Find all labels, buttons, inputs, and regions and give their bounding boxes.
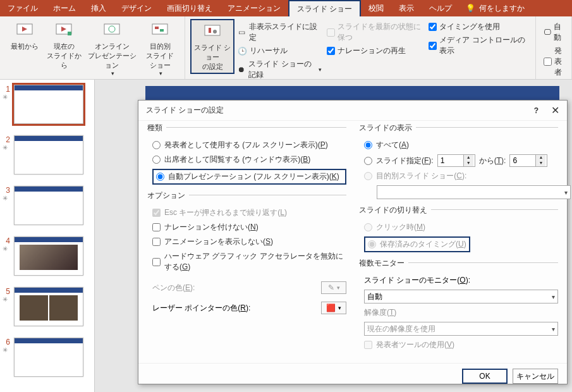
check-nonarration[interactable]: ナレーションを付けない(N) [152,222,346,233]
from-spinner[interactable]: ▲▼ [437,154,475,167]
hide-slide-button[interactable]: ▭非表示スライドに設定 [237,20,322,44]
check-presenter-view: 発表者ツールの使用(V) [364,340,558,350]
dialog-left-col: 種類 発表者として使用する (フル スクリーン表示)(P) 出席者として閲覧する… [147,127,346,357]
laser-color-row[interactable]: レーザー ポインターの色(R): 🟥▾ [152,302,346,314]
caret-down-icon: ▾ [337,285,340,291]
down-icon[interactable]: ▼ [536,161,545,166]
thumb-3[interactable]: 3✳ [3,186,92,225]
dialog-footer: OK キャンセル [138,363,567,389]
svg-rect-4 [68,32,71,35]
thumb-5[interactable]: 5✳ [3,287,92,326]
record-button[interactable]: ⏺スライド ショーの記録▾ [237,58,322,82]
thumbnail-pane[interactable]: 1✳ 2✳ 3✳ 4✳ 5✳ 6✳ [0,80,95,392]
radio-timings-highlight: 保存済みのタイミング(U) [364,236,470,252]
fieldset-options: オプション Esc キーが押されるまで繰り返す(L) ナレーションを付けない(N… [147,195,346,314]
timings-checkbox[interactable]: タイミングを使用 [429,20,528,34]
online-presentation-button[interactable]: オンライン プレゼンテーション▾ [83,19,140,78]
online-icon [102,20,122,40]
presenter-view-row[interactable]: 発表者 [544,44,564,79]
tab-animations[interactable]: アニメーション [220,0,288,16]
fieldset-advance: スライドの切り替え クリック時(M) 保存済みのタイミング(U) [359,209,558,252]
pen-color-button: ✎▾ [321,281,346,294]
help-button[interactable]: ? [534,106,539,115]
down-icon[interactable]: ▼ [464,161,473,166]
monitor-icon: 🖵 [544,27,551,37]
svg-rect-10 [205,25,220,35]
check-loop: Esc キーが押されるまで繰り返す(L) [152,207,346,218]
group-start-slideshow: 最初から 現在の スライドから オンライン プレゼンテーション▾ 目的別 スライ… [0,16,185,79]
monitor-select[interactable]: 自動▾ [364,290,558,303]
radio-browser[interactable]: 出席者として閲覧する (ウィンドウ表示)(B) [152,154,346,165]
pen-color-row: ペンの色(E): ✎▾ [152,281,346,294]
caret-down-icon: ▾ [564,189,568,196]
radio-presenter[interactable]: 発表者として使用する (フル スクリーン表示)(P) [152,140,346,150]
to-spinner[interactable]: ▲▼ [509,154,547,167]
close-button[interactable]: ✕ [549,104,562,116]
tab-review[interactable]: 校閲 [361,0,391,16]
tab-transitions[interactable]: 画面切り替え [159,0,220,16]
thumb-6[interactable]: 6✳ [3,338,92,377]
custom-show-select: ▾ [377,185,571,199]
setup-icon [202,21,222,42]
setup-dialog: スライド ショーの設定 ? ✕ 種類 発表者として使用する (フル スクリーン表… [138,100,568,384]
hide-slide-icon: ▭ [237,27,246,37]
monitor-auto-row[interactable]: 🖵自動 [544,20,564,44]
tab-home[interactable]: ホーム [46,0,83,16]
radio-all[interactable]: すべて(A) [364,140,558,150]
radio-from-to[interactable]: スライド指定(F): ▲▼ から(T): ▲▼ [364,154,558,167]
ribbon-tabs: ファイル ホーム 挿入 デザイン 画面切り替え アニメーション スライド ショー… [0,0,572,16]
dialog-title-text: スライド ショーの設定 [146,105,224,116]
resolution-select: 現在の解像度を使用▾ [364,322,558,336]
svg-rect-11 [209,28,211,33]
setup-slideshow-button[interactable]: スライド ショー の設定 [190,19,234,74]
up-icon[interactable]: ▲ [464,155,473,161]
check-noanim[interactable]: アニメーションを表示しない(S) [152,236,346,247]
thumb-4[interactable]: 4✳ [3,236,92,276]
ribbon: 最初から 現在の スライドから オンライン プレゼンテーション▾ 目的別 スライ… [0,16,572,80]
thumb-2[interactable]: 2✳ [3,135,92,175]
narration-checkbox[interactable]: ナレーションの再生 [327,44,424,58]
laser-icon: 🟥 [326,303,336,312]
fieldset-show-slides: スライドの表示 すべて(A) スライド指定(F): ▲▼ から(T): ▲▼ 目… [359,127,558,199]
clock-icon: 🕒 [237,46,247,56]
presentation-current-icon [54,20,74,40]
radio-kiosk-highlight: 自動プレゼンテーション (フル スクリーン表示)(K) [152,169,346,185]
group-setup: スライド ショー の設定 ▭非表示スライドに設定 🕒リハーサル ⏺スライド ショ… [185,16,536,79]
radio-custom-show: 目的別スライド ショー(C): [364,171,558,181]
media-controls-checkbox[interactable]: メディア コントロールの表示 [429,34,528,58]
presentation-icon [15,20,35,40]
fieldset-type: 種類 発表者として使用する (フル スクリーン表示)(P) 出席者として閲覧する… [147,127,346,185]
keep-latest-checkbox: スライドを最新の状態に保つ [327,20,424,44]
dialog-right-col: スライドの表示 すべて(A) スライド指定(F): ▲▼ から(T): ▲▼ 目… [359,127,558,357]
check-nohw[interactable]: ハードウェア グラフィック アクセラレータを無効にする(G) [152,251,346,273]
caret-down-icon: ▾ [319,66,322,73]
tell-me-label: 何をしますか [479,3,525,14]
svg-rect-5 [104,24,119,34]
from-current-button[interactable]: 現在の スライドから [44,19,83,71]
record-icon: ⏺ [237,64,246,75]
svg-point-12 [213,30,217,34]
radio-kiosk[interactable]: 自動プレゼンテーション (フル スクリーン表示)(K) [156,171,339,182]
custom-show-icon [150,20,170,40]
tab-insert[interactable]: 挿入 [83,0,114,16]
tab-slideshow[interactable]: スライド ショー [288,0,361,16]
tell-me[interactable]: 💡 何をしますか [459,0,531,16]
tab-view[interactable]: 表示 [391,0,422,16]
radio-manual: クリック時(M) [364,222,558,233]
caret-down-icon: ▾ [552,293,555,300]
pen-icon: ✎ [328,283,334,292]
tab-file[interactable]: ファイル [0,0,46,16]
caret-down-icon: ▾ [338,305,341,311]
up-icon[interactable]: ▲ [536,155,545,161]
custom-slideshow-button[interactable]: 目的別 スライド ショー▾ [140,19,180,78]
dialog-titlebar: スライド ショーの設定 ? ✕ [138,101,567,121]
ok-button[interactable]: OK [462,369,508,384]
rehearse-button[interactable]: 🕒リハーサル [237,44,322,58]
lightbulb-icon: 💡 [466,4,475,13]
cancel-button[interactable]: キャンセル [513,369,558,384]
thumb-1[interactable]: 1✳ [3,85,92,124]
from-beginning-button[interactable]: 最初から [5,19,44,52]
laser-color-button[interactable]: 🟥▾ [321,302,346,314]
tab-design[interactable]: デザイン [114,0,159,16]
tab-help[interactable]: ヘルプ [422,0,459,16]
